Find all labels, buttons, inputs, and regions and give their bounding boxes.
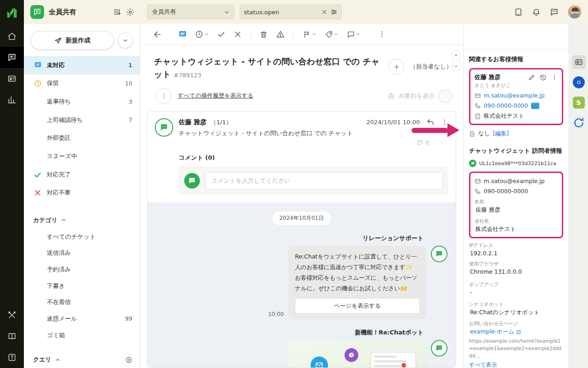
history-clock-icon[interactable] [540,74,547,81]
message-datetime: 2024/10/01 10:00 [366,119,420,126]
category-label: 下書き [47,282,65,290]
add-assignee-button[interactable] [389,59,404,75]
search-input[interactable] [244,9,318,16]
integration-sync-icon[interactable] [572,116,586,130]
more-options-icon[interactable] [374,27,389,42]
field-label: シナリオボット [469,301,563,308]
category-item-drafts[interactable]: 下書き [24,278,140,294]
count-badge: 10 [125,80,132,87]
ai-summary-button[interactable]: AI要約を表示 [387,89,452,103]
ticket-more-button[interactable] [156,88,171,104]
category-section-header[interactable]: カテゴリ [24,212,140,229]
no-action-x-icon[interactable] [230,27,245,42]
chat-bubble-text: Re:Chatをウェブサイトに設置して、ひとり一人のお客様に迅速かつ丁寧に対応で… [295,253,418,292]
field-label: IPアドレス [469,242,563,249]
show-page-button[interactable]: ページを表示する [295,298,420,314]
ticket-content: チャットウィジェット - サイトの問い合わせ窓口 での チャット#789123 … [140,24,463,368]
category-item-sent[interactable]: 送信済み [24,245,140,261]
nav-analytics-icon[interactable] [0,89,24,110]
brand-logo[interactable] [0,0,24,26]
integration-record-icon[interactable] [572,75,586,89]
workspace-select[interactable]: 全員共有 [147,5,234,19]
show-all-link[interactable]: すべて表示 [469,362,497,368]
source-page-link[interactable]: example-ホーム [470,328,514,336]
nav-tools-icon[interactable] [0,305,24,326]
sender-avatar-chat-icon [155,118,173,137]
notifications-bell-icon[interactable] [532,8,541,17]
edit-pencil-icon[interactable] [528,74,535,81]
sidebar-item-awaiting-reply[interactable]: 返事待ち 3 [24,92,140,111]
history-row: すべての操作履歴を表示する AI要約を表示 [140,84,463,110]
customer-phone-link[interactable]: 090-0000-0000 [484,102,528,109]
filter-tune-icon[interactable] [330,8,338,16]
sidebar-item-no-action[interactable]: 対応不要 [24,184,140,202]
ai-toggle-circle[interactable] [438,89,452,103]
nav-guide-icon[interactable] [0,326,24,347]
customer-email-link[interactable]: m.satou@example.jp [484,92,544,99]
messages-bubble-icon[interactable] [550,8,559,17]
sidebar-item-done[interactable]: 対応完了 [24,166,140,184]
field-value: Re:Chatのシナリオボット [469,309,563,316]
paper-plane-icon [54,37,62,45]
nav-home-icon[interactable] [0,26,24,47]
nav-help-icon[interactable] [0,347,24,368]
user-avatar[interactable] [568,5,582,19]
category-item-spam[interactable]: 迷惑メール99 [24,310,140,327]
clear-search-icon[interactable] [321,9,328,15]
robot-icon [387,92,395,100]
device-clipboard-icon[interactable] [514,8,523,17]
nav-contacts-icon[interactable] [0,68,24,89]
scroll-up-icon[interactable] [452,51,460,60]
compose-button[interactable]: 新規作成 [30,31,114,50]
brand-logo-icon [5,6,19,20]
trash-icon[interactable] [256,27,271,42]
flag-menu-icon[interactable] [299,27,319,42]
back-icon[interactable] [150,27,165,42]
messenger-badge-icon [345,348,358,362]
add-query-icon[interactable] [125,356,132,363]
nav-chat-icon[interactable] [0,47,24,68]
category-item-all-tickets[interactable]: すべてのチケット [24,229,140,245]
channel-chat-icon[interactable] [175,27,190,42]
message-more-icon[interactable] [441,119,448,126]
settings-gear-icon[interactable] [126,8,135,17]
customer-info-tab-icon[interactable] [572,55,586,69]
operator-avatar-chat-icon [431,340,447,356]
comment-panel [179,167,448,195]
reply-icon[interactable] [426,118,435,126]
compose-options-button[interactable] [118,33,133,48]
label-menu-icon[interactable] [321,27,341,42]
scroll-down-icon[interactable] [452,62,460,71]
spam-warning-icon[interactable] [273,27,288,42]
sidebar-item-awaiting-approval[interactable]: 上司確認待ち 7 [24,111,140,129]
category-item-trash[interactable]: ゴミ箱 [24,327,140,344]
sidebar-item-label: 外部委託 [47,134,71,142]
sidebar-item-snoozed[interactable]: スヌーズ中 [24,147,140,166]
sms-chat-badge-icon[interactable] [531,103,539,109]
search-box[interactable] [240,5,342,19]
sidebar-item-untouched[interactable]: 未対応 1 [24,56,140,75]
category-item-scheduled[interactable]: 予約済み [24,261,140,278]
source-page-url: https://example.com/home?example1=exampl… [469,338,563,359]
comment-menu-icon[interactable] [343,27,363,42]
category-item-missed-calls[interactable]: 不在着信 [24,294,140,310]
ai-summary-label: AI要約を表示 [399,92,435,100]
integration-shopify-icon[interactable]: S [572,96,586,109]
count-badge: 7 [129,116,132,123]
external-link-icon[interactable] [516,329,521,335]
sidebar-item-label: 上司確認待ち [47,116,83,124]
memo-edit-link[interactable]: [編集] [493,130,509,138]
history-link[interactable]: すべての操作履歴を表示する [178,92,254,100]
query-section-header[interactable]: クエリ [24,351,140,368]
assignee-area: （担当者なし） [389,55,452,75]
complete-check-icon[interactable] [214,27,228,42]
snooze-menu-icon[interactable] [192,27,212,42]
comment-input[interactable] [205,172,443,190]
x-icon [33,189,42,196]
chat-image-bubble[interactable] [288,340,426,368]
ticket-title: チャットウィジェット - サイトの問い合わせ窓口 での チャット#789123 [154,55,381,81]
customer-more-icon[interactable] [551,74,558,80]
sort-icon[interactable] [113,8,121,16]
sidebar-item-outsourced[interactable]: 外部委託 [24,129,140,148]
sidebar-item-hold[interactable]: 保留 10 [24,75,140,93]
